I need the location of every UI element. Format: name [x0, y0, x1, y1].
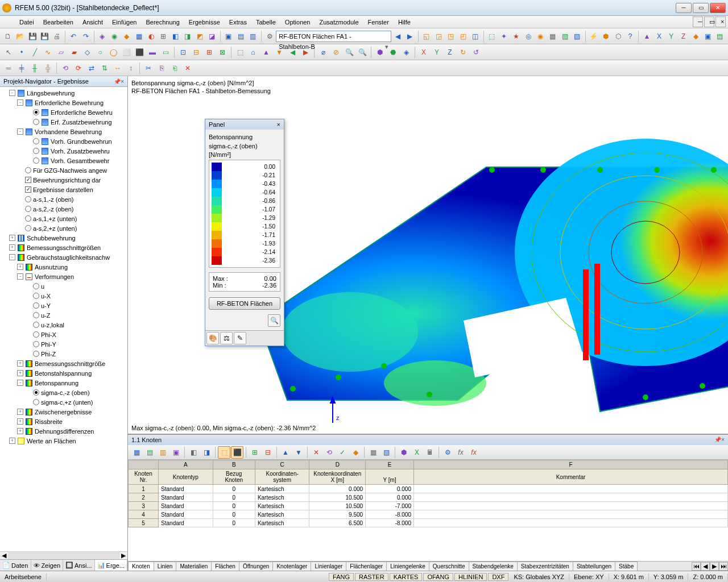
- tbl-icon[interactable]: ▲: [279, 446, 292, 459]
- table-nav-button[interactable]: ⏮: [692, 562, 701, 571]
- table-tab[interactable]: Liniengelenke: [386, 562, 429, 571]
- tree-item[interactable]: Erforderliche Bewehru: [1, 107, 126, 117]
- menu-optionen[interactable]: Optionen: [280, 18, 315, 27]
- tbl-icon[interactable]: ▥: [156, 446, 169, 459]
- surface-icon[interactable]: ▱: [55, 46, 67, 59]
- excel-icon[interactable]: X: [411, 446, 423, 459]
- status-hlinien[interactable]: HLINIEN: [454, 573, 487, 581]
- table-nav-button[interactable]: ⏭: [719, 562, 728, 571]
- tree-item[interactable]: u-Y: [1, 301, 126, 310]
- undo-icon[interactable]: ↶: [68, 30, 79, 43]
- tool-icon[interactable]: X: [417, 46, 430, 59]
- tree-item[interactable]: u: [1, 281, 126, 291]
- magnifier-icon[interactable]: 🔍: [356, 46, 369, 59]
- tool-icon[interactable]: ▣: [702, 30, 713, 43]
- tool-icon[interactable]: ◇: [81, 46, 93, 59]
- menu-zusatzmodule[interactable]: Zusatzmodule: [315, 18, 363, 27]
- magnifier-icon[interactable]: 🔍: [343, 46, 355, 59]
- menu-hilfe[interactable]: Hilfe: [394, 18, 415, 27]
- line-icon[interactable]: ╱: [28, 46, 41, 59]
- table-tab[interactable]: Stabexzentrizitäten: [517, 562, 573, 571]
- tool-icon[interactable]: ◨: [182, 30, 193, 43]
- table-tab[interactable]: Stabendgelenke: [469, 562, 518, 571]
- panel-tab-filter-icon[interactable]: ✎: [234, 332, 246, 344]
- tool-icon[interactable]: ⬚: [486, 30, 498, 43]
- tool-icon[interactable]: ╫: [28, 62, 41, 74]
- tool-icon[interactable]: ◆: [690, 30, 701, 43]
- table-tab[interactable]: Linienlager: [311, 562, 346, 571]
- tbl-icon[interactable]: ◧: [187, 446, 200, 459]
- tree-item[interactable]: Phi-Z: [1, 349, 126, 359]
- view-icon[interactable]: ▣: [223, 30, 234, 43]
- axis-icon[interactable]: X: [653, 30, 665, 43]
- tree-item[interactable]: a-s,1,-z (oben): [1, 194, 126, 204]
- tool-icon[interactable]: ◧: [169, 30, 181, 43]
- tool-icon[interactable]: ▦: [547, 30, 559, 43]
- scroll-left-icon[interactable]: ◀: [0, 552, 8, 559]
- tree-item[interactable]: sigma-c,-z (oben): [1, 388, 126, 397]
- menu-datei[interactable]: Datei: [15, 18, 39, 27]
- tool-icon[interactable]: ⌀: [317, 46, 329, 59]
- navtab-ergebnisse[interactable]: 📊Erge...: [95, 560, 127, 571]
- tree-item[interactable]: a-s,2,+z (unten): [1, 223, 126, 233]
- tree-item[interactable]: -Erforderliche Bewehrung: [1, 98, 126, 107]
- tree-item[interactable]: -Gebrauchstauglichkeitsnachw: [1, 252, 126, 262]
- tool-icon[interactable]: ★: [510, 30, 522, 43]
- fx-icon[interactable]: fx: [468, 446, 480, 459]
- nav-prev-icon[interactable]: ◀: [392, 30, 403, 43]
- save-icon[interactable]: 💾: [27, 30, 38, 43]
- tbl-icon[interactable]: ◆: [349, 446, 362, 459]
- iso-icon[interactable]: ◳: [445, 30, 456, 43]
- tool-icon[interactable]: ▭: [159, 46, 172, 59]
- tree-item[interactable]: +Werte an Flächen: [1, 436, 126, 446]
- tbl-icon[interactable]: ◨: [200, 446, 213, 459]
- tool-icon[interactable]: ⟳: [72, 62, 85, 74]
- tool-icon[interactable]: ◩: [194, 30, 205, 43]
- tool-icon[interactable]: ▲: [641, 30, 652, 43]
- iso-icon[interactable]: ◫: [469, 30, 481, 43]
- line-icon[interactable]: ∿: [42, 46, 54, 59]
- tool-icon[interactable]: ◎: [523, 30, 534, 43]
- iso-icon[interactable]: ◰: [457, 30, 469, 43]
- data-table[interactable]: ABCDEFKnotenNr.KnotentypBezugKnotenKoord…: [128, 460, 728, 527]
- menu-ergebnisse[interactable]: Ergebnisse: [184, 18, 225, 27]
- tree-item[interactable]: +Ausnutzung: [1, 262, 126, 272]
- menu-tabelle[interactable]: Tabelle: [251, 18, 280, 27]
- navtab-zeigen[interactable]: 👁Zeigen: [31, 560, 63, 571]
- tree-item[interactable]: -Betonspannung: [1, 378, 126, 388]
- tree-item[interactable]: ✓Bewehrungsrichtung dar: [1, 175, 126, 185]
- tree-item[interactable]: Phi-X: [1, 330, 126, 339]
- tool-icon[interactable]: ↺: [470, 46, 482, 59]
- tree-item[interactable]: u-Z: [1, 310, 126, 320]
- tool-icon[interactable]: Y: [431, 46, 443, 59]
- new-icon[interactable]: 🗋: [2, 30, 14, 43]
- tree-item[interactable]: u-X: [1, 291, 126, 301]
- surface-icon[interactable]: ▰: [68, 46, 80, 59]
- tool-icon[interactable]: ◐: [145, 30, 156, 43]
- tree-item[interactable]: +Dehnungsdifferenzen: [1, 426, 126, 436]
- tree-item[interactable]: Phi-Y: [1, 339, 126, 349]
- tree-item[interactable]: -Verformungen: [1, 272, 126, 281]
- tbl-icon[interactable]: ▤: [143, 446, 156, 459]
- navtab-daten[interactable]: 📄Daten: [0, 560, 31, 571]
- fx-icon[interactable]: fx: [454, 446, 467, 459]
- tree-item[interactable]: Vorh. Grundbewehrun: [1, 136, 126, 146]
- view-icon[interactable]: ▥: [247, 30, 258, 43]
- tool-icon[interactable]: ✂: [142, 62, 155, 74]
- tool-icon[interactable]: ⌂: [247, 46, 259, 59]
- tree-item[interactable]: +Zwischenergebnisse: [1, 407, 126, 417]
- status-fang[interactable]: FANG: [329, 573, 354, 581]
- tool-icon[interactable]: ◯: [107, 46, 119, 59]
- mdi-close-button[interactable]: ×: [715, 16, 726, 27]
- tool-icon[interactable]: ⚡: [588, 30, 599, 43]
- tool-icon[interactable]: ═: [2, 62, 15, 74]
- tool-icon[interactable]: ▦: [133, 30, 144, 43]
- tbl-icon[interactable]: ▼: [292, 446, 305, 459]
- tbl-icon[interactable]: ⟲: [323, 446, 336, 459]
- menu-einfuegen[interactable]: Einfügen: [107, 18, 141, 27]
- tree-item[interactable]: +Rissbreite: [1, 417, 126, 426]
- tool-icon[interactable]: ⬣: [387, 46, 399, 59]
- tool-icon[interactable]: ╬: [42, 62, 54, 74]
- tree-item[interactable]: +Schubbewehrung: [1, 233, 126, 243]
- close-icon[interactable]: ×: [721, 436, 725, 443]
